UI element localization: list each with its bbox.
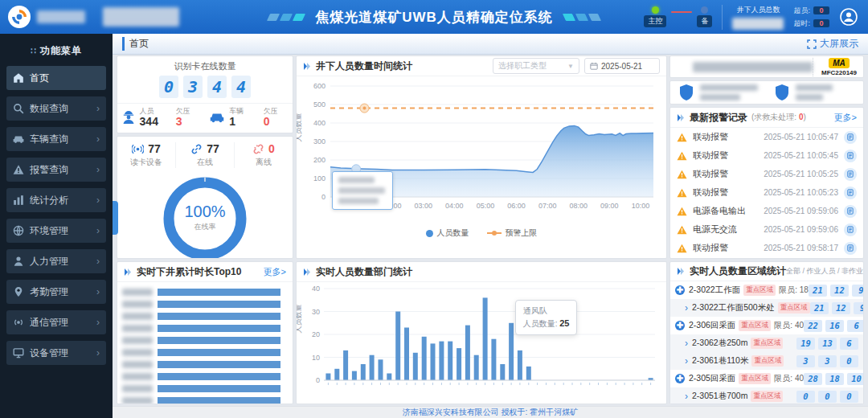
- region-row[interactable]: ✚2-305回采面重点区域限员: 40281810: [670, 370, 863, 387]
- panel-latest-alarms: 最新报警记录 (求救未处理: 0) 更多> 联动报警2025-05-21 10:…: [669, 107, 864, 259]
- alarm-row[interactable]: 联动报警2025-05-21 10:05:25: [670, 165, 863, 183]
- top10-name-redacted: [122, 289, 153, 296]
- expand-plus-icon[interactable]: ✚: [675, 321, 685, 330]
- alarm-row[interactable]: 电源无交流2025-05-21 09:59:06: [670, 220, 863, 239]
- region-row[interactable]: ›2-3062巷250m重点区域19136: [670, 334, 863, 352]
- top10-bar: [158, 289, 280, 296]
- fullscreen-button[interactable]: 大屏展示: [807, 37, 858, 51]
- sidebar-item-label: 通信管理: [30, 316, 96, 330]
- date-picker[interactable]: 2025-05-21: [584, 58, 660, 74]
- panel-title-icon: [124, 268, 133, 277]
- warning-triangle-icon: [677, 151, 687, 161]
- alarm-row[interactable]: 电源备电输出2025-05-21 09:59:06: [670, 202, 863, 220]
- sidebar-item-home[interactable]: 首页: [6, 66, 106, 90]
- panel-certification-badges: [669, 80, 864, 104]
- sidebar-item-hr-mgmt[interactable]: 人力管理›: [6, 249, 106, 273]
- expand-plus-icon[interactable]: ✚: [675, 285, 685, 295]
- top10-row: [122, 359, 285, 371]
- alarm-time: 2025-05-21 09:59:06: [764, 225, 838, 234]
- region-name: 2-305回采面: [689, 373, 735, 384]
- stat-label: 车辆: [229, 107, 244, 115]
- alarm-time: 2025-05-21 10:05:25: [764, 170, 838, 178]
- region-filter-links[interactable]: 全部 / 作业人员 / 非作业人员: [786, 266, 864, 277]
- panel-title-icon: [303, 268, 312, 277]
- top10-row: [122, 383, 285, 395]
- shield-icon: [678, 84, 694, 101]
- top10-bar: [158, 349, 280, 356]
- top10-name-redacted: [122, 373, 153, 380]
- worker-type-select[interactable]: 选择职工类型 ▼: [493, 58, 579, 74]
- alarm-detail-button[interactable]: [844, 131, 857, 144]
- svg-text:0: 0: [316, 376, 320, 384]
- tooltip-value: 25: [559, 318, 569, 328]
- alarm-detail-button[interactable]: [844, 150, 857, 162]
- top10-row: [122, 346, 285, 359]
- region-row[interactable]: ✚2-3022工作面重点区域限员: 1821129: [670, 281, 863, 299]
- svg-text:08:00: 08:00: [569, 202, 588, 210]
- alarm-detail-button[interactable]: [844, 168, 857, 181]
- sidebar-item-stats-analysis[interactable]: 统计分析›: [6, 188, 106, 212]
- online-stat-车辆: 车辆1: [205, 104, 249, 129]
- region-row[interactable]: ✚2-306回采面重点区域限员: 4022166: [670, 317, 863, 334]
- sidebar-item-env-mgmt[interactable]: 环境管理›: [6, 219, 106, 243]
- legend-item-1[interactable]: 预警上限: [487, 227, 538, 239]
- top10-name-redacted: [122, 397, 153, 404]
- alarm-detail-button[interactable]: [844, 186, 857, 199]
- expand-plus-icon[interactable]: ✚: [675, 374, 685, 383]
- stat-value: 344: [140, 115, 158, 128]
- alarm-row[interactable]: 联动报警2025-05-21 10:05:47: [670, 128, 863, 146]
- top10-more-link[interactable]: 更多>: [264, 266, 286, 278]
- sidebar-item-attendance-mgmt[interactable]: 考勤管理›: [6, 280, 106, 304]
- sidebar-item-data-query[interactable]: 数据查询›: [6, 96, 106, 121]
- logo-text-redacted: [37, 10, 85, 23]
- alarm-detail-button[interactable]: [844, 242, 857, 255]
- region-row-list: ✚2-3022工作面重点区域限员: 1821129›2-3022工作面500米处…: [670, 281, 863, 404]
- alarm-row[interactable]: 联动报警2025-05-21 10:05:23: [670, 183, 863, 202]
- search-icon: [13, 103, 24, 114]
- alarm-time: 2025-05-21 10:05:23: [764, 188, 838, 197]
- top10-bar: [158, 373, 280, 380]
- panel-dept-chart: 实时人员数量部门统计 人员数量 010203040通风队人员数量: 25: [296, 261, 667, 404]
- warning-triangle-icon: [677, 170, 687, 179]
- user-account-icon[interactable]: [839, 7, 858, 27]
- warning-triangle-icon: [677, 188, 687, 198]
- legend-label: 人员数量: [437, 227, 469, 239]
- alarm-time: 2025-05-21 09:58:17: [764, 244, 838, 252]
- digit-cell: 0: [159, 76, 178, 98]
- cert-badge-1: [678, 84, 760, 101]
- key-area-badge: 重点区域: [739, 320, 771, 331]
- sidebar-item-alarm-query[interactable]: 报警查询›: [6, 158, 106, 182]
- panel-title-icon: [677, 267, 686, 276]
- svg-text:03:00: 03:00: [415, 202, 433, 210]
- stat-label: 在线: [176, 157, 234, 168]
- region-row[interactable]: ›2-3051巷700m重点区域000: [670, 387, 863, 404]
- tooltip-label: 人员数量:: [523, 319, 558, 328]
- sidebar-item-device-mgmt[interactable]: 设备管理›: [6, 341, 106, 365]
- svg-text:20: 20: [312, 330, 320, 338]
- panel-top10-duration: 实时下井累计时长Top10 更多>: [117, 261, 293, 404]
- top10-name-redacted: [122, 385, 153, 392]
- sidebar-item-comm-mgmt[interactable]: 通信管理›: [6, 310, 106, 334]
- alarm-time: 2025-05-21 10:05:47: [764, 133, 838, 141]
- sidebar-item-vehicle-query[interactable]: 车辆查询›: [6, 127, 106, 151]
- alarm-detail-button[interactable]: [844, 223, 857, 236]
- region-row[interactable]: ›2-3022工作面500米处重点区域21129: [670, 299, 863, 317]
- breadcrumb: 首页: [122, 37, 149, 51]
- alarm-detail-button[interactable]: [844, 205, 857, 218]
- alarm-row[interactable]: 联动报警2025-05-21 10:05:45: [670, 146, 863, 165]
- online-card-title: 识别卡在线数量: [117, 56, 293, 72]
- alarm-name: 联动报警: [693, 168, 764, 180]
- region-name: 2-3022工作面: [689, 285, 740, 296]
- digit-cell: 3: [183, 76, 203, 98]
- online-stat-人员: 人员344: [117, 104, 162, 129]
- warn-icon: [13, 164, 24, 175]
- region-limit: 限员: 40: [774, 320, 804, 331]
- legend-item-0[interactable]: 人员数量: [426, 227, 469, 239]
- alarm-row[interactable]: 联动报警2025-05-21 09:58:17: [670, 239, 863, 257]
- reader-stats-row: 77读卡设备77在线0离线: [117, 137, 293, 172]
- sidebar-collapse-handle[interactable]: [113, 201, 118, 235]
- alarms-more-link[interactable]: 更多>: [834, 112, 857, 124]
- svg-text:05:00: 05:00: [477, 202, 495, 210]
- sidebar-item-label: 人力管理: [30, 255, 96, 268]
- region-row[interactable]: ›2-3061巷110米重点区域330: [670, 352, 863, 370]
